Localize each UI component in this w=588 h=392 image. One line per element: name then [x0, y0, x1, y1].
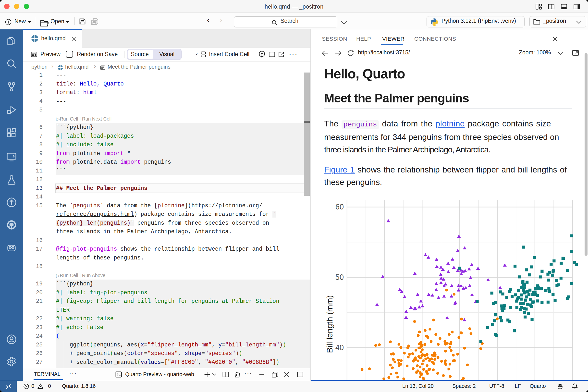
svg-text:60: 60	[336, 202, 344, 211]
svg-text:Bill length (mm): Bill length (mm)	[325, 295, 334, 353]
svg-text:50: 50	[336, 273, 344, 282]
svg-text:40: 40	[336, 343, 344, 352]
